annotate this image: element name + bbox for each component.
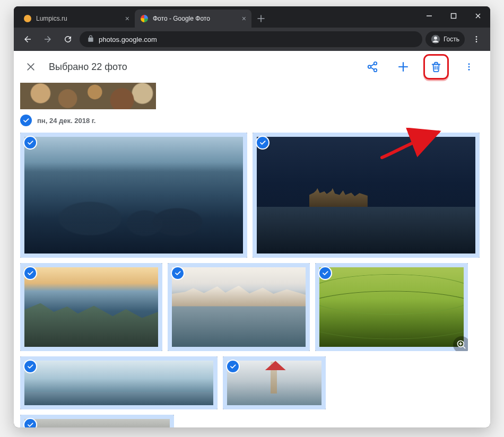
- svg-point-9: [374, 69, 377, 72]
- profile-avatar-icon: [431, 34, 440, 44]
- browser-tab-active[interactable]: Фото - Google Фото ×: [135, 10, 251, 28]
- selected-check-icon[interactable]: [24, 267, 36, 279]
- profile-label: Гость: [444, 36, 459, 43]
- more-options-button[interactable]: [458, 56, 480, 77]
- selection-count-label: Выбрано 22 фото: [49, 62, 127, 73]
- svg-point-12: [468, 69, 470, 71]
- photo-thumbnail-partial[interactable]: [20, 83, 156, 109]
- photo-thumbnail[interactable]: [223, 356, 326, 409]
- selected-check-icon[interactable]: [24, 137, 36, 148]
- tab-close-icon[interactable]: ×: [125, 14, 129, 23]
- browser-titlebar: Lumpics.ru × Фото - Google Фото ×: [14, 6, 490, 28]
- svg-point-4: [476, 36, 477, 38]
- selection-toolbar: Выбрано 22 фото: [14, 51, 490, 83]
- date-group-header[interactable]: пн, 24 дек. 2018 г.: [20, 115, 484, 126]
- selected-check-icon[interactable]: [172, 267, 184, 279]
- tab-title: Фото - Google Фото: [153, 15, 238, 22]
- window-maximize-button[interactable]: [441, 6, 466, 25]
- window-close-button[interactable]: [466, 6, 490, 25]
- svg-point-8: [368, 65, 371, 68]
- window-minimize-button[interactable]: [417, 6, 441, 25]
- nav-back-button[interactable]: [19, 31, 36, 48]
- lock-icon: [87, 35, 94, 44]
- favicon-lumpics: [23, 14, 32, 23]
- photo-thumbnail[interactable]: [20, 133, 247, 258]
- add-to-button[interactable]: [393, 56, 414, 77]
- nav-reload-button[interactable]: [59, 31, 76, 48]
- profile-chip[interactable]: Гость: [425, 31, 465, 47]
- share-button[interactable]: [362, 56, 383, 77]
- photo-grid: [20, 133, 484, 427]
- photo-thumbnail[interactable]: [315, 263, 468, 351]
- svg-point-7: [374, 62, 377, 65]
- svg-point-10: [468, 63, 470, 65]
- svg-point-5: [476, 39, 477, 40]
- date-label: пн, 24 дек. 2018 г.: [37, 117, 95, 125]
- browser-tab-inactive[interactable]: Lumpics.ru ×: [18, 10, 135, 28]
- selected-check-icon[interactable]: [227, 361, 239, 372]
- photo-thumbnail[interactable]: [20, 356, 218, 409]
- address-bar[interactable]: photos.google.com: [80, 31, 422, 47]
- selected-check-icon[interactable]: [257, 137, 268, 148]
- svg-point-3: [434, 37, 437, 40]
- selected-check-icon[interactable]: [24, 419, 36, 427]
- tab-title: Lumpics.ru: [36, 15, 121, 22]
- browser-window: Lumpics.ru × Фото - Google Фото ×: [14, 6, 490, 427]
- tab-close-icon[interactable]: ×: [242, 14, 246, 23]
- window-controls: [417, 6, 490, 25]
- selected-check-icon[interactable]: [319, 267, 331, 279]
- nav-forward-button[interactable]: [39, 31, 56, 48]
- svg-point-11: [468, 66, 470, 68]
- selection-actions: [362, 54, 480, 80]
- zoom-icon[interactable]: [453, 336, 468, 351]
- browser-toolbar: photos.google.com Гость: [14, 28, 490, 51]
- photo-grid-scroll[interactable]: пн, 24 дек. 2018 г.: [14, 83, 490, 427]
- address-url: photos.google.com: [99, 36, 157, 43]
- delete-button[interactable]: [425, 56, 447, 77]
- photo-thumbnail[interactable]: [20, 415, 174, 427]
- selected-check-icon[interactable]: [24, 361, 36, 372]
- photo-thumbnail[interactable]: [168, 263, 310, 351]
- favicon-google-photos: [140, 14, 149, 23]
- date-selected-check-icon[interactable]: [20, 115, 32, 126]
- deselect-button[interactable]: [24, 60, 37, 73]
- delete-button-highlight: [423, 54, 449, 80]
- new-tab-button[interactable]: [254, 11, 268, 26]
- trash-icon: [430, 61, 442, 73]
- photo-thumbnail[interactable]: [253, 133, 480, 258]
- svg-point-6: [476, 41, 477, 42]
- svg-rect-1: [451, 14, 456, 19]
- svg-point-0: [24, 15, 31, 22]
- page-content: Выбрано 22 фото: [14, 51, 490, 427]
- photo-thumbnail[interactable]: [20, 263, 162, 351]
- browser-menu-button[interactable]: [468, 31, 485, 48]
